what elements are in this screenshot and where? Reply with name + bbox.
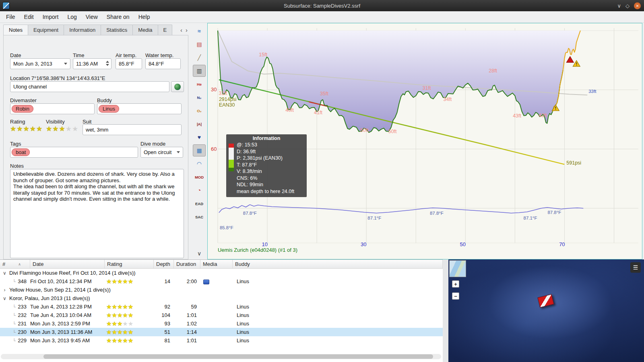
dive-row-233[interactable]: └233Tue Jun 4, 2013 12:28 PM★★★★★9259Lin… bbox=[0, 302, 443, 311]
dive-mode-dropdown[interactable]: Open circuit bbox=[140, 147, 183, 158]
window-title: Subsurface: SampleDivesV2.ssrf bbox=[0, 3, 644, 9]
collapse-caret-icon[interactable]: ∨ bbox=[2, 296, 7, 301]
tab-media[interactable]: Media bbox=[132, 25, 158, 35]
rating-stars[interactable]: ★★★★★ bbox=[10, 125, 43, 133]
tab-e[interactable]: E bbox=[158, 25, 173, 35]
map-zoom-in-button[interactable]: + bbox=[452, 280, 459, 288]
info-box-line: T: 87.8°F bbox=[229, 162, 304, 169]
tab-statistics[interactable]: Statistics bbox=[101, 25, 133, 35]
dive-depth: 14 bbox=[154, 278, 174, 284]
visibility-stars[interactable]: ★★★★★ bbox=[46, 125, 78, 133]
dive-trip-row[interactable]: ∨Koror, Palau, Jun 2013 (11 dive(s)) bbox=[0, 294, 443, 302]
expand-caret-icon[interactable]: › bbox=[2, 287, 7, 293]
dive-row-230[interactable]: └230Mon Jun 3, 2013 11:36 AM★★★★★511:14L… bbox=[0, 328, 443, 336]
tags-input[interactable]: boat bbox=[10, 147, 138, 158]
scrollbar-thumb[interactable] bbox=[43, 354, 433, 359]
menu-view[interactable]: View bbox=[81, 12, 102, 22]
air-temp-input[interactable]: 85.8°F bbox=[116, 58, 142, 69]
menu-file[interactable]: File bbox=[2, 12, 20, 22]
tabbar: ‹ › NotesEquipmentInformationStatisticsM… bbox=[3, 24, 188, 35]
dive-duration: 59 bbox=[174, 304, 200, 310]
pp-helium-icon[interactable]: He bbox=[193, 78, 206, 90]
ruler-icon[interactable]: ╱ bbox=[193, 51, 206, 64]
tab-scroll-right-icon[interactable]: › bbox=[186, 27, 188, 33]
photos-strip-icon[interactable]: ▤ bbox=[193, 38, 206, 50]
dive-site-flag-marker[interactable] bbox=[537, 294, 554, 308]
svg-text:50ft: 50ft bbox=[388, 129, 397, 134]
location-label: Location 7°16'58.386"N 134°14'43.631"E bbox=[10, 75, 105, 81]
menu-share-on[interactable]: Share on bbox=[102, 12, 134, 22]
dive-list-body: ∨Divi Flamingo House Reef, Fri Oct 10, 2… bbox=[0, 269, 443, 345]
column-header-depth[interactable]: Depth bbox=[154, 260, 174, 268]
tab-scroll-left-icon[interactable]: ‹ bbox=[180, 27, 182, 33]
rating-stars: ★★★★★ bbox=[105, 312, 154, 319]
map-overview-thumbnail[interactable] bbox=[449, 260, 466, 277]
show-photos-icon[interactable]: ▦ bbox=[193, 144, 206, 156]
minimize-icon[interactable]: ∨ bbox=[617, 3, 621, 9]
pp-nitrogen-icon[interactable]: N₂ bbox=[193, 91, 206, 103]
suit-input[interactable]: wet, 3mm bbox=[83, 124, 182, 135]
profile-waves-icon[interactable]: ≈ bbox=[193, 25, 206, 37]
column-header-number[interactable]: #∧ bbox=[0, 260, 30, 268]
tab-information[interactable]: Information bbox=[64, 25, 101, 35]
globe-button[interactable] bbox=[171, 81, 184, 92]
time-spinner[interactable] bbox=[106, 61, 109, 66]
tag-boat[interactable]: boat bbox=[12, 148, 30, 156]
menu-edit[interactable]: Edit bbox=[20, 12, 38, 22]
column-header-date[interactable]: Date bbox=[30, 260, 105, 268]
ead-icon[interactable]: EAD bbox=[193, 197, 206, 210]
tab-equipment[interactable]: Equipment bbox=[28, 25, 64, 35]
date-dropdown[interactable]: Mon Jun 3, 2013 bbox=[10, 58, 70, 69]
divelist-horizontal-scrollbar[interactable] bbox=[1, 354, 441, 359]
rating-label: Rating bbox=[10, 119, 25, 125]
panel-splitter[interactable] bbox=[443, 259, 448, 362]
ceiling-icon[interactable]: ◠ bbox=[193, 158, 206, 170]
maximize-icon[interactable]: ◇ bbox=[625, 3, 630, 9]
svg-text:591psi: 591psi bbox=[566, 160, 581, 166]
collapse-chevron-icon[interactable]: ∨ bbox=[193, 247, 206, 259]
svg-text:50ft: 50ft bbox=[360, 128, 369, 133]
close-icon[interactable]: × bbox=[634, 2, 641, 9]
pp-oxygen-icon[interactable]: O₂ bbox=[193, 105, 206, 117]
sac-icon[interactable]: SAC bbox=[193, 211, 206, 223]
tab-notes[interactable]: Notes bbox=[3, 25, 28, 35]
divemaster-tag[interactable]: Robin bbox=[12, 105, 33, 113]
map-menu-button[interactable]: ☰ bbox=[630, 262, 641, 273]
menu-import[interactable]: Import bbox=[38, 12, 63, 22]
dive-map-panel[interactable]: + − ☰ bbox=[448, 259, 644, 362]
dive-trip-row[interactable]: ›Yellow House, Sun Sep 21, 2014 (1 dive(… bbox=[0, 286, 443, 294]
divemaster-input[interactable]: Robin bbox=[10, 103, 95, 114]
media-icon[interactable] bbox=[203, 280, 209, 284]
column-header-media[interactable]: Media bbox=[200, 260, 233, 268]
notes-textarea[interactable]: Unbelievable dive. Dozens and dozens of … bbox=[10, 169, 184, 258]
time-input[interactable]: 11:36 AM bbox=[73, 58, 111, 69]
dive-depth: 51 bbox=[154, 329, 174, 335]
info-box-toggle-icon[interactable]: ▥ bbox=[193, 65, 206, 77]
heart-rate-icon[interactable]: ♥ bbox=[193, 131, 206, 143]
menu-help[interactable]: Help bbox=[134, 12, 155, 22]
collapse-caret-icon[interactable]: ∨ bbox=[2, 270, 7, 276]
buddy-tag[interactable]: Linus bbox=[99, 105, 119, 113]
mean-depth-icon[interactable]: |A| bbox=[193, 118, 206, 130]
deco-clock-icon[interactable]: ◔ bbox=[193, 184, 206, 196]
mod-icon[interactable]: MOD bbox=[193, 171, 206, 183]
column-header-duration[interactable]: Duration bbox=[174, 260, 200, 268]
dive-row-229[interactable]: └229Mon Jun 3, 2013 9:45 AM★★★★★811:01Li… bbox=[0, 336, 443, 345]
dive-row-232[interactable]: └232Tue Jun 4, 2013 10:04 AM★★★★★1041:01… bbox=[0, 311, 443, 319]
dive-row-348[interactable]: └348Fri Oct 10, 2014 12:34 PM★★★★★142:00… bbox=[0, 277, 443, 286]
column-header-rating[interactable]: Rating bbox=[105, 260, 154, 268]
time-label: Time bbox=[73, 52, 84, 58]
svg-text:85.8°F: 85.8°F bbox=[220, 225, 233, 230]
dive-trip-row[interactable]: ∨Divi Flamingo House Reef, Fri Oct 10, 2… bbox=[0, 269, 443, 277]
location-input[interactable]: Ulong channel bbox=[10, 81, 169, 92]
column-header-buddy[interactable]: Buddy bbox=[233, 260, 443, 268]
dive-row-231[interactable]: └231Mon Jun 3, 2013 2:59 PM★★★★★931:02Li… bbox=[0, 319, 443, 328]
buddy-input[interactable]: Linus bbox=[97, 103, 182, 114]
dive-number: 233 bbox=[18, 304, 27, 310]
water-temp-input[interactable]: 84.8°F bbox=[145, 58, 181, 69]
map-zoom-out-button[interactable]: − bbox=[452, 292, 459, 300]
menu-log[interactable]: Log bbox=[63, 12, 81, 22]
dive-buddy: Linus bbox=[233, 321, 443, 327]
date-label: Date bbox=[10, 52, 21, 58]
dive-depth: 93 bbox=[154, 321, 174, 327]
